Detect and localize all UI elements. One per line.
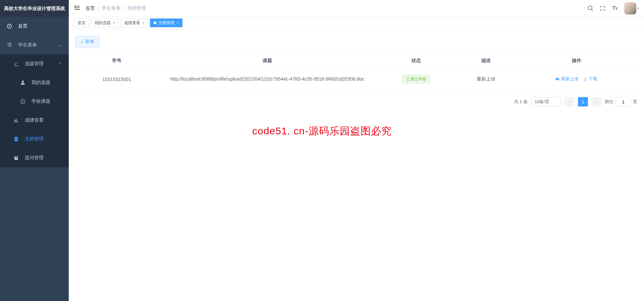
dashboard-icon	[7, 24, 15, 29]
close-icon[interactable]: ×	[142, 20, 145, 25]
download-icon	[583, 77, 588, 81]
chevron-up-icon: ⌄	[59, 61, 62, 66]
fullscreen-icon[interactable]	[600, 5, 606, 11]
op-label: 下载	[589, 76, 597, 82]
cell-op: 重新上传 下载	[516, 68, 637, 90]
table-row: 15315315001 http://localhost:8088/profil…	[75, 68, 637, 90]
data-table: 学号 课题 状态 描述 操作 15315315001 http://localh…	[75, 53, 637, 90]
user-menu[interactable]: ▾	[624, 2, 639, 14]
sidebar-item-student-menu[interactable]: 学生菜单 ⌄	[0, 36, 69, 54]
add-button[interactable]: + 新增	[75, 36, 99, 47]
tab-grade-view[interactable]: 成绩查看 ×	[120, 18, 148, 27]
pagination: 共 1 条 10条/页 ⌄ ‹ 1 › 前往 页	[75, 97, 637, 106]
breadcrumb-item[interactable]: 首页	[86, 5, 95, 11]
sidebar-item-label: 学校课题	[32, 98, 62, 104]
sidebar-item-label: 学生菜单	[18, 42, 59, 48]
book-icon	[20, 99, 28, 104]
cell-topic: http://localhost:8088/profile/upload/202…	[158, 68, 377, 90]
pagination-total: 共 1 条	[514, 99, 528, 105]
cloud-upload-icon	[555, 77, 560, 81]
chevron-right-icon: ›	[596, 99, 597, 104]
sidebar-item-school-topic[interactable]: 学校课题	[0, 92, 69, 111]
cell-desc: 重新上传	[456, 68, 516, 90]
cell-status: 已通过审核	[377, 68, 456, 90]
tab-label: 成绩查看	[124, 20, 140, 26]
user-icon	[20, 80, 28, 85]
search-icon[interactable]	[587, 5, 594, 11]
breadcrumb-item: 学生菜单	[102, 5, 120, 11]
tab-label: 文档管理	[158, 20, 174, 26]
sidebar-item-label: 首页	[18, 23, 62, 29]
active-dot-icon	[154, 22, 156, 24]
plus-icon: +	[81, 39, 84, 44]
next-page-button[interactable]: ›	[591, 97, 601, 106]
cell-sid: 15315315001	[75, 68, 158, 90]
add-button-label: 新增	[85, 39, 94, 45]
breadcrumb: 首页 / 学生菜单 / 文档管理	[86, 5, 146, 11]
list-icon	[7, 42, 15, 48]
breadcrumb-sep: /	[98, 6, 99, 11]
hamburger-toggle[interactable]	[74, 4, 86, 12]
sidebar-item-label: 选题管理	[25, 61, 59, 67]
close-icon[interactable]: ×	[113, 20, 115, 25]
prev-page-button[interactable]: ‹	[565, 97, 575, 106]
status-badge: 已通过审核	[402, 75, 430, 83]
page-size-label: 10条/页	[535, 99, 549, 105]
page-number[interactable]: 1	[578, 97, 588, 106]
tab-home[interactable]: 首页	[74, 18, 89, 27]
chevron-down-icon: ⌄	[555, 100, 558, 104]
tabs-bar: 首页 我的选题 × 成绩查看 × 文档管理 ×	[69, 17, 644, 29]
col-topic: 课题	[158, 54, 377, 68]
tab-label: 首页	[77, 20, 86, 26]
jump-suffix: 页	[633, 99, 637, 105]
chevron-left-icon: ‹	[569, 99, 570, 104]
breadcrumb-sep: /	[123, 6, 124, 11]
col-desc: 描述	[456, 54, 516, 68]
content: + 新增 学号 课题 状态 描述 操作 15315315001 http://l…	[69, 29, 644, 113]
chevron-up-icon: ⌄	[59, 43, 62, 47]
tab-label: 我的选题	[95, 20, 111, 26]
main: 首页 / 学生菜单 / 文档管理 ▾ 首页 我的	[69, 0, 644, 113]
reupload-link[interactable]: 重新上传	[555, 76, 579, 82]
page-jump-input[interactable]	[615, 97, 631, 106]
sidebar: 高校大学生毕业设计管理系统 首页 学生菜单 ⌄ 选题管理 ⌄ 我的选题	[0, 0, 69, 113]
header: 首页 / 学生菜单 / 文档管理 ▾	[69, 0, 644, 17]
col-sid: 学号	[75, 54, 158, 68]
font-size-icon[interactable]	[612, 5, 618, 11]
caret-down-icon: ▾	[637, 6, 639, 10]
tab-doc-mgmt[interactable]: 文档管理 ×	[150, 18, 182, 27]
app-title: 高校大学生毕业设计管理系统	[0, 0, 69, 17]
page-size-select[interactable]: 10条/页 ⌄	[531, 97, 561, 106]
op-label: 重新上传	[561, 76, 579, 82]
close-icon[interactable]: ×	[176, 20, 179, 25]
edit-icon	[13, 61, 21, 67]
sidebar-item-home[interactable]: 首页	[0, 17, 69, 36]
col-status: 状态	[377, 54, 456, 68]
sidebar-item-label: 我的选题	[32, 80, 62, 86]
jump-prefix: 前往	[605, 99, 613, 105]
tab-my-topic[interactable]: 我的选题 ×	[91, 18, 119, 27]
breadcrumb-item: 文档管理	[127, 5, 146, 11]
download-link[interactable]: 下载	[583, 76, 597, 82]
col-op: 操作	[516, 54, 637, 68]
sidebar-item-my-topic[interactable]: 我的选题	[0, 73, 69, 92]
avatar	[624, 2, 636, 14]
sidebar-item-topic-mgmt[interactable]: 选题管理 ⌄	[0, 54, 69, 73]
sidebar-item-grade-view[interactable]: 成绩查看	[0, 111, 69, 113]
